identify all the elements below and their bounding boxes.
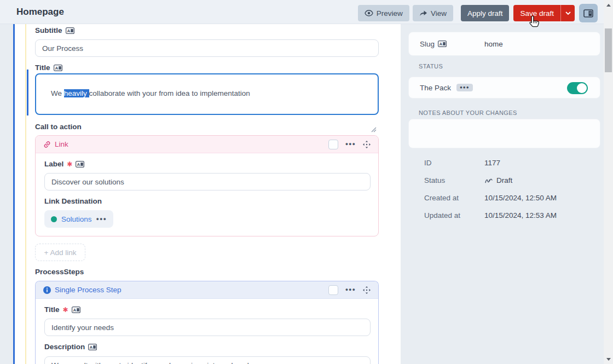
share-arrow-icon	[419, 10, 427, 16]
link-component-header[interactable]: Link ●●●	[36, 136, 378, 153]
pack-toggle[interactable]	[567, 82, 588, 94]
layout-panel-icon	[583, 9, 593, 18]
draft-change-indicator	[25, 24, 26, 364]
svg-text:A: A	[73, 308, 76, 313]
triangle-down-icon	[606, 358, 611, 361]
select-component-checkbox[interactable]	[328, 140, 338, 149]
scroll-down-button[interactable]	[604, 355, 613, 363]
component-name: Link	[55, 140, 68, 148]
subtitle-input[interactable]	[35, 39, 379, 57]
step-title-label: Title ✱ A	[44, 305, 80, 314]
step-description-textarea[interactable]: We consult with you to identify your key…	[44, 356, 371, 364]
more-options-icon[interactable]: ●●●	[345, 142, 356, 147]
scrollbar-thumb[interactable]	[605, 28, 612, 72]
notes-textarea[interactable]	[409, 119, 600, 148]
triangle-up-icon	[606, 4, 611, 7]
toggle-side-panel-button[interactable]	[579, 4, 598, 22]
view-button[interactable]: View	[413, 5, 453, 21]
select-component-checkbox[interactable]	[328, 285, 338, 295]
title-textarea[interactable]: We heavily collaborate with your from id…	[35, 73, 379, 115]
more-options-icon[interactable]: ●●●	[456, 84, 473, 91]
chevron-down-icon	[565, 11, 571, 15]
resize-handle-icon[interactable]	[371, 107, 377, 113]
translate-icon: A	[54, 65, 62, 71]
app-window: Homepage Preview View Apply draft	[0, 0, 613, 364]
drag-handle-icon[interactable]	[363, 286, 371, 294]
process-steps-label: ProcessSteps	[35, 268, 84, 276]
scroll-up-button[interactable]	[604, 1, 613, 9]
svg-text:A: A	[55, 66, 58, 71]
svg-text:A: A	[439, 42, 443, 47]
component-name: Single Process Step	[55, 286, 122, 294]
selected-text: heavily	[64, 89, 89, 97]
link-label-field-label: Label ✱ A	[44, 160, 84, 168]
meta-row-status: Status Draft	[424, 176, 593, 185]
save-draft-button[interactable]: Save draft	[513, 5, 560, 21]
link-destination-label: Link Destination	[44, 197, 102, 205]
more-options-icon[interactable]: ●●●	[96, 217, 107, 222]
link-component-card: Link ●●● Label ✱ A Link Destination Solu…	[35, 135, 379, 236]
meta-row-updated: Updated at 10/15/2024, 12:53 AM	[424, 211, 593, 220]
toggle-knob	[577, 83, 587, 93]
subtitle-label: Subtitle A	[35, 26, 74, 34]
translate-icon: A	[438, 41, 447, 47]
status-pack-card: The Pack ●●●	[408, 77, 600, 99]
slug-value[interactable]: home	[484, 40, 503, 48]
required-asterisk: ✱	[63, 307, 68, 313]
process-step-component-header[interactable]: Single Process Step ●●●	[36, 281, 378, 299]
meta-row-created: Created at 10/15/2024, 12:50 AM	[424, 194, 593, 203]
info-icon	[43, 286, 51, 294]
toolbar-actions: Preview View Apply draft Save draft	[358, 4, 598, 22]
add-link-button[interactable]: + Add link	[35, 244, 85, 261]
preview-button[interactable]: Preview	[358, 5, 409, 21]
drag-handle-icon[interactable]	[363, 141, 371, 148]
link-destination-chip[interactable]: Solutions ●●●	[44, 210, 113, 228]
top-bar: Homepage Preview View Apply draft	[0, 0, 613, 24]
destination-name: Solutions	[61, 215, 92, 223]
save-draft-split-button: Save draft	[513, 5, 575, 21]
translate-icon: A	[88, 344, 97, 350]
required-asterisk: ✱	[67, 161, 72, 167]
step-description-label: Description A	[44, 343, 97, 351]
step-title-input[interactable]	[44, 319, 371, 336]
meta-row-id: ID 1177	[424, 159, 593, 167]
slug-card: Slug A home	[408, 32, 600, 56]
meta-sidebar: Slug A home STATUS The Pack ●●● NOTES AB…	[401, 24, 604, 364]
link-label-input[interactable]	[44, 173, 371, 190]
apply-draft-button[interactable]: Apply draft	[461, 5, 510, 21]
svg-text:A: A	[67, 28, 70, 33]
document-modified-indicator	[13, 24, 15, 364]
svg-text:A: A	[77, 162, 80, 167]
title-label: Title A	[35, 63, 62, 72]
link-icon	[43, 141, 51, 148]
status-section-label: STATUS	[419, 63, 443, 70]
translate-icon: A	[76, 161, 84, 167]
process-step-component-card: Single Process Step ●●● Title ✱ A Descri…	[35, 281, 379, 364]
published-status-dot-icon	[51, 216, 57, 222]
notes-section-label: NOTES ABOUT YOUR CHANGES	[419, 109, 517, 116]
vertical-scrollbar[interactable]	[604, 0, 613, 364]
plus-icon: +	[44, 249, 49, 257]
translate-icon: A	[72, 307, 80, 313]
more-options-icon[interactable]: ●●●	[345, 287, 356, 292]
call-to-action-label: Call to action	[35, 123, 82, 131]
pack-label: The Pack	[420, 84, 451, 92]
svg-text:A: A	[90, 345, 93, 350]
translate-icon: A	[66, 27, 74, 34]
draft-scribble-icon	[484, 177, 493, 184]
eye-icon	[365, 10, 373, 16]
page-title: Homepage	[16, 7, 64, 18]
title-field-modified-indicator	[27, 70, 28, 115]
save-draft-dropdown-button[interactable]	[560, 5, 575, 21]
slug-label: Slug A	[420, 40, 447, 48]
notes-card	[408, 119, 600, 148]
